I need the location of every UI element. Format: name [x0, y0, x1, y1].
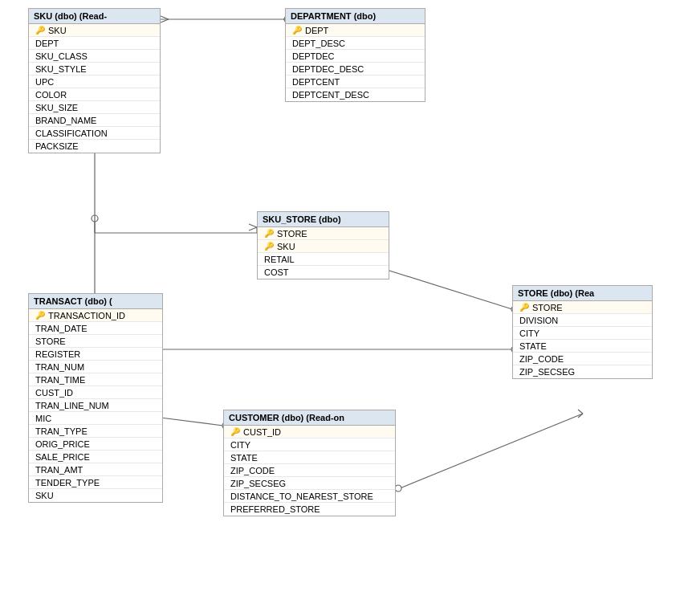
table-row: CITY — [224, 439, 395, 451]
table-row: COST — [258, 266, 389, 279]
table-row: SKU_SIZE — [29, 101, 160, 114]
svg-point-8 — [92, 215, 98, 222]
pk-icon: 🔑 — [264, 242, 274, 251]
table-row: CLASSIFICATION — [29, 127, 160, 140]
pk-icon: 🔑 — [35, 311, 45, 320]
table-row: STATE — [513, 340, 652, 353]
table-row: ZIP_CODE — [513, 353, 652, 365]
table-row: 🔑 STORE — [258, 227, 389, 240]
table-customer: CUSTOMER (dbo) (Read-on 🔑 CUST_ID CITY S… — [223, 410, 396, 516]
svg-line-9 — [249, 224, 257, 227]
svg-line-27 — [396, 414, 583, 490]
table-row: DIVISION — [513, 314, 652, 327]
table-sku: SKU (dbo) (Read- 🔑 SKU DEPT SKU_CLASS SK… — [28, 8, 161, 153]
table-row: SKU_CLASS — [29, 50, 160, 63]
table-sku-store: SKU_STORE (dbo) 🔑 STORE 🔑 SKU RETAIL COS… — [257, 211, 389, 279]
table-row: SKU_STYLE — [29, 63, 160, 75]
table-store-header: STORE (dbo) (Rea — [513, 286, 652, 301]
table-sku-header: SKU (dbo) (Read- — [29, 9, 160, 24]
table-row: TRAN_TIME — [29, 373, 162, 386]
svg-line-19 — [161, 418, 223, 426]
table-row: CUST_ID — [29, 386, 162, 399]
table-transact-header: TRANSACT (dbo) ( — [29, 294, 162, 309]
table-row: DEPTDEC — [286, 50, 425, 63]
table-row: SKU — [29, 489, 162, 502]
table-row: DEPTDEC_DESC — [286, 63, 425, 75]
pk-icon: 🔑 — [292, 26, 302, 35]
svg-line-30 — [578, 414, 583, 418]
table-department: DEPARTMENT (dbo) 🔑 DEPT DEPT_DESC DEPTDE… — [285, 8, 425, 102]
svg-line-11 — [389, 271, 512, 309]
table-row: TENDER_TYPE — [29, 476, 162, 489]
svg-line-1 — [161, 16, 169, 19]
table-row: CITY — [513, 327, 652, 340]
table-row: ZIP_SECSEG — [513, 365, 652, 378]
table-row: ZIP_CODE — [224, 464, 395, 477]
svg-line-2 — [161, 19, 169, 22]
table-store: STORE (dbo) (Rea 🔑 STORE DIVISION CITY S… — [512, 285, 653, 379]
table-row: 🔑 SKU — [29, 24, 160, 37]
table-row: TRAN_AMT — [29, 463, 162, 476]
table-customer-header: CUSTOMER (dbo) (Read-on — [224, 410, 395, 426]
pk-icon: 🔑 — [519, 303, 529, 312]
table-row: DEPT_DESC — [286, 37, 425, 50]
svg-line-29 — [578, 410, 583, 414]
table-row: MIC — [29, 412, 162, 425]
table-row: PACKSIZE — [29, 140, 160, 153]
diagram-canvas: SKU (dbo) (Read- 🔑 SKU DEPT SKU_CLASS SK… — [0, 0, 684, 616]
table-row: 🔑 DEPT — [286, 24, 425, 37]
table-transact: TRANSACT (dbo) ( 🔑 TRANSACTION_ID TRAN_D… — [28, 293, 163, 503]
table-row: REGISTER — [29, 348, 162, 361]
pk-icon: 🔑 — [264, 229, 274, 238]
table-row: TRAN_DATE — [29, 322, 162, 335]
table-row: DEPT — [29, 37, 160, 50]
table-row: STATE — [224, 451, 395, 464]
pk-icon: 🔑 — [230, 427, 240, 436]
svg-point-28 — [395, 485, 401, 492]
table-row: STORE — [29, 335, 162, 348]
table-row: ORIG_PRICE — [29, 438, 162, 451]
table-row: BRAND_NAME — [29, 114, 160, 127]
table-row: COLOR — [29, 88, 160, 101]
svg-line-10 — [249, 227, 257, 230]
table-department-header: DEPARTMENT (dbo) — [286, 9, 425, 24]
table-row: 🔑 STORE — [513, 301, 652, 314]
table-row: SALE_PRICE — [29, 451, 162, 463]
pk-icon: 🔑 — [35, 26, 45, 35]
table-row: UPC — [29, 75, 160, 88]
table-sku-store-header: SKU_STORE (dbo) — [258, 212, 389, 227]
table-row: PREFERRED_STORE — [224, 503, 395, 516]
table-row: DEPTCENT_DESC — [286, 88, 425, 101]
table-row: 🔑 TRANSACTION_ID — [29, 309, 162, 322]
table-row: 🔑 CUST_ID — [224, 426, 395, 439]
table-row: TRAN_TYPE — [29, 425, 162, 438]
table-row: ZIP_SECSEG — [224, 477, 395, 490]
table-row: DEPTCENT — [286, 75, 425, 88]
table-row: TRAN_NUM — [29, 361, 162, 373]
table-row: RETAIL — [258, 253, 389, 266]
table-row: DISTANCE_TO_NEAREST_STORE — [224, 490, 395, 503]
table-row: TRAN_LINE_NUM — [29, 399, 162, 412]
table-row: 🔑 SKU — [258, 240, 389, 253]
